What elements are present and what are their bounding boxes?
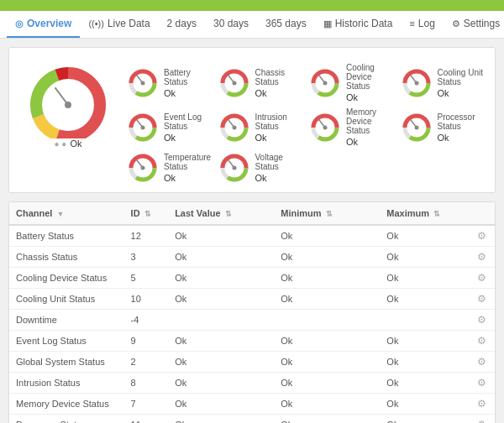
cell-id-2: 5: [124, 268, 169, 289]
row-link-icon-1[interactable]: ⚙: [477, 251, 486, 263]
cell-min-0: Ok: [274, 225, 380, 247]
cell-link-3[interactable]: ⚙: [468, 289, 495, 310]
cell-id-1: 3: [124, 247, 169, 268]
sort-icon-min: ⇅: [326, 210, 333, 218]
mini-gauge-svg: [309, 67, 341, 99]
sort-icon-id: ⇅: [144, 210, 151, 218]
cell-lastval-7: Ok: [168, 373, 274, 394]
cell-max-1: Ok: [380, 247, 468, 268]
cell-max-5: Ok: [380, 331, 468, 352]
tab-2days[interactable]: 2 days: [159, 11, 205, 38]
cell-max-7: Ok: [380, 373, 468, 394]
svg-point-41: [323, 125, 328, 129]
mini-gauge-svg: [401, 67, 433, 99]
gauge-value-4: Ok: [164, 133, 213, 143]
svg-point-31: [141, 125, 145, 129]
cell-max-3: Ok: [380, 289, 468, 310]
cell-channel-2: Cooling Device Status: [9, 268, 124, 289]
gauge-value-9: Ok: [255, 173, 305, 183]
gauge-item-4: Event Log Status Ok: [127, 107, 213, 147]
svg-point-56: [232, 166, 236, 170]
col-header-channel[interactable]: Channel ▼: [9, 202, 124, 225]
main-donut-container: ● ● Ok: [18, 63, 118, 184]
table-row: Cooling Device Status 5 Ok Ok Ok ⚙: [9, 268, 495, 289]
cell-link-4[interactable]: ⚙: [468, 310, 495, 331]
gauge-info-7: Processor Status Ok: [438, 112, 487, 143]
tab-historic[interactable]: ▦ Historic Data: [315, 11, 402, 38]
gauge-value-8: Ok: [164, 173, 213, 183]
table-row: Downtime -4 ⚙: [9, 310, 495, 331]
row-link-icon-3[interactable]: ⚙: [477, 293, 486, 305]
cell-link-2[interactable]: ⚙: [468, 268, 495, 289]
row-link-icon-8[interactable]: ⚙: [477, 398, 486, 410]
tab-30days[interactable]: 30 days: [205, 11, 257, 38]
table-row: Processor Status 11 Ok Ok Ok ⚙: [9, 415, 495, 424]
tab-settings-label: Settings: [464, 18, 500, 29]
row-link-icon-0[interactable]: ⚙: [477, 230, 486, 242]
col-header-id[interactable]: ID ⇅: [124, 202, 169, 225]
col-header-max[interactable]: Maximum ⇅: [380, 202, 468, 225]
gauge-info-6: Memory Device Status Ok: [346, 107, 396, 147]
gauge-name-1: Chassis Status: [255, 68, 305, 86]
cell-link-1[interactable]: ⚙: [468, 247, 495, 268]
cell-min-3: Ok: [274, 289, 380, 310]
cell-min-9: Ok: [274, 415, 380, 424]
cell-link-7[interactable]: ⚙: [468, 373, 495, 394]
cell-channel-6: Global System Status: [9, 352, 124, 373]
cell-lastval-0: Ok: [168, 225, 274, 247]
mini-gauge-svg: [309, 112, 341, 144]
gauge-item-1: Chassis Status Ok: [218, 63, 305, 102]
svg-point-21: [323, 81, 328, 85]
tab-log[interactable]: ≡ Log: [401, 11, 443, 38]
gauge-item-9: Voltage Status Ok: [218, 152, 305, 184]
sort-icon-max: ⇅: [433, 210, 440, 218]
header-bar: [0, 0, 504, 11]
table-row: Battery Status 12 Ok Ok Ok ⚙: [9, 225, 495, 247]
row-link-icon-7[interactable]: ⚙: [477, 377, 486, 389]
table-header-row: Channel ▼ ID ⇅ Last Value ⇅ Minimum ⇅ Ma…: [9, 202, 495, 225]
row-link-icon-4[interactable]: ⚙: [477, 314, 486, 326]
settings-icon: ⚙: [452, 18, 460, 29]
gauge-item-6: Memory Device Status Ok: [309, 107, 396, 147]
donut-dots: ● ●: [55, 139, 67, 149]
cell-min-7: Ok: [274, 373, 380, 394]
gauge-item-3: Cooling Unit Status Ok: [401, 63, 487, 102]
col-header-lastval[interactable]: Last Value ⇅: [168, 202, 274, 225]
historic-icon: ▦: [323, 18, 332, 29]
table-row: Event Log Status 9 Ok Ok Ok ⚙: [9, 331, 495, 352]
cell-link-8[interactable]: ⚙: [468, 394, 495, 415]
cell-id-5: 9: [124, 331, 169, 352]
cell-id-9: 11: [124, 415, 169, 424]
cell-min-6: Ok: [274, 352, 380, 373]
col-header-min[interactable]: Minimum ⇅: [274, 202, 380, 225]
row-link-icon-5[interactable]: ⚙: [477, 335, 486, 347]
tab-365days[interactable]: 365 days: [257, 11, 315, 38]
cell-link-0[interactable]: ⚙: [468, 225, 495, 247]
cell-link-9[interactable]: ⚙: [468, 415, 495, 424]
gauge-value-0: Ok: [164, 88, 213, 98]
row-link-icon-9[interactable]: ⚙: [477, 419, 486, 423]
mini-gauge-svg: [127, 112, 159, 144]
gauge-info-0: Battery Status Ok: [164, 68, 213, 98]
tab-livedata[interactable]: ((•)) Live Data: [80, 11, 158, 38]
cell-lastval-1: Ok: [168, 247, 274, 268]
gauge-info-3: Cooling Unit Status Ok: [438, 68, 487, 98]
cell-lastval-5: Ok: [168, 331, 274, 352]
gauge-item-7: Processor Status Ok: [401, 107, 487, 147]
mini-gauge-svg: [127, 67, 159, 99]
row-link-icon-2[interactable]: ⚙: [477, 272, 486, 284]
tab-2days-label: 2 days: [167, 18, 197, 29]
gauge-item-2: Cooling Device Status Ok: [309, 63, 396, 102]
tab-30days-label: 30 days: [213, 18, 249, 29]
cell-link-5[interactable]: ⚙: [468, 331, 495, 352]
donut-ok-label: Ok: [70, 138, 81, 149]
gauge-name-6: Memory Device Status: [346, 107, 396, 135]
cell-min-1: Ok: [274, 247, 380, 268]
row-link-icon-6[interactable]: ⚙: [477, 356, 486, 368]
svg-point-16: [232, 81, 236, 85]
tab-overview[interactable]: ◎ Overview: [7, 11, 80, 38]
cell-channel-5: Event Log Status: [9, 331, 124, 352]
cell-link-6[interactable]: ⚙: [468, 352, 495, 373]
tab-settings[interactable]: ⚙ Settings: [444, 11, 504, 38]
tab-historic-label: Historic Data: [335, 18, 393, 29]
